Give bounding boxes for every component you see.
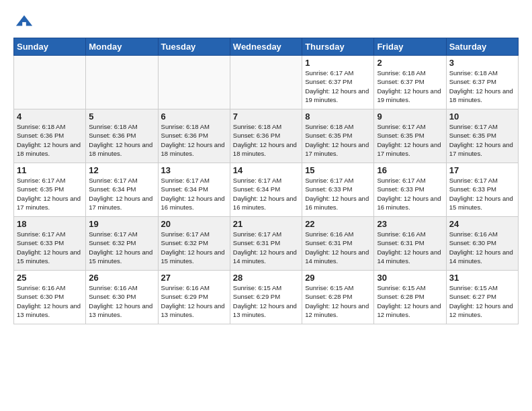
calendar-cell: 28Sunrise: 6:15 AMSunset: 6:29 PMDayligh… <box>230 271 302 324</box>
day-number: 1 <box>305 58 371 68</box>
day-number: 14 <box>233 165 299 175</box>
calendar-table: SundayMondayTuesdayWednesdayThursdayFrid… <box>13 38 519 324</box>
day-number: 15 <box>305 165 371 175</box>
day-info: Sunrise: 6:16 AMSunset: 6:30 PMDaylight:… <box>449 230 515 265</box>
calendar-cell: 9Sunrise: 6:17 AMSunset: 6:35 PMDaylight… <box>374 109 446 163</box>
day-info: Sunrise: 6:15 AMSunset: 6:27 PMDaylight:… <box>449 283 515 319</box>
day-info: Sunrise: 6:18 AMSunset: 6:35 PMDaylight:… <box>305 122 371 158</box>
day-info: Sunrise: 6:18 AMSunset: 6:37 PMDaylight:… <box>449 68 515 104</box>
day-info: Sunrise: 6:16 AMSunset: 6:30 PMDaylight:… <box>89 283 154 319</box>
day-info: Sunrise: 6:18 AMSunset: 6:37 PMDaylight:… <box>377 68 443 104</box>
calendar-col-thursday: Thursday <box>302 38 374 56</box>
day-number: 7 <box>233 111 299 122</box>
day-info: Sunrise: 6:17 AMSunset: 6:33 PMDaylight:… <box>17 230 83 265</box>
day-info: Sunrise: 6:17 AMSunset: 6:35 PMDaylight:… <box>377 122 443 158</box>
day-number: 25 <box>17 273 83 283</box>
day-number: 16 <box>377 165 443 175</box>
calendar-cell: 19Sunrise: 6:17 AMSunset: 6:32 PMDayligh… <box>86 217 158 271</box>
day-number: 24 <box>449 219 515 229</box>
calendar-col-friday: Friday <box>374 38 446 56</box>
calendar-week-4: 18Sunrise: 6:17 AMSunset: 6:33 PMDayligh… <box>14 217 519 271</box>
day-info: Sunrise: 6:15 AMSunset: 6:28 PMDaylight:… <box>377 283 443 319</box>
calendar-week-5: 25Sunrise: 6:16 AMSunset: 6:30 PMDayligh… <box>14 271 519 324</box>
header <box>13 12 519 31</box>
calendar-cell: 14Sunrise: 6:17 AMSunset: 6:34 PMDayligh… <box>230 163 302 217</box>
day-info: Sunrise: 6:15 AMSunset: 6:28 PMDaylight:… <box>305 283 371 319</box>
day-info: Sunrise: 6:16 AMSunset: 6:30 PMDaylight:… <box>17 283 83 319</box>
calendar-col-sunday: Sunday <box>14 38 86 56</box>
calendar-cell: 27Sunrise: 6:16 AMSunset: 6:29 PMDayligh… <box>158 271 230 324</box>
calendar-col-monday: Monday <box>86 38 158 56</box>
calendar-cell: 21Sunrise: 6:17 AMSunset: 6:31 PMDayligh… <box>230 217 302 271</box>
day-info: Sunrise: 6:16 AMSunset: 6:31 PMDaylight:… <box>305 230 371 265</box>
day-info: Sunrise: 6:17 AMSunset: 6:31 PMDaylight:… <box>233 230 299 265</box>
day-info: Sunrise: 6:16 AMSunset: 6:31 PMDaylight:… <box>377 230 443 265</box>
day-number: 11 <box>17 165 83 175</box>
day-number: 31 <box>449 273 515 283</box>
logo-icon <box>15 12 34 31</box>
calendar-cell: 18Sunrise: 6:17 AMSunset: 6:33 PMDayligh… <box>14 217 86 271</box>
calendar-cell: 8Sunrise: 6:18 AMSunset: 6:35 PMDaylight… <box>302 109 374 163</box>
calendar-cell: 16Sunrise: 6:17 AMSunset: 6:33 PMDayligh… <box>374 163 446 217</box>
day-number: 18 <box>17 219 83 229</box>
calendar-header-row: SundayMondayTuesdayWednesdayThursdayFrid… <box>14 38 519 56</box>
day-info: Sunrise: 6:18 AMSunset: 6:36 PMDaylight:… <box>161 122 227 158</box>
calendar-col-wednesday: Wednesday <box>230 38 302 56</box>
calendar-cell: 11Sunrise: 6:17 AMSunset: 6:35 PMDayligh… <box>14 163 86 217</box>
day-info: Sunrise: 6:17 AMSunset: 6:33 PMDaylight:… <box>449 176 515 212</box>
logo <box>13 12 34 31</box>
day-number: 10 <box>449 111 515 122</box>
svg-rect-1 <box>22 22 26 27</box>
calendar-cell: 3Sunrise: 6:18 AMSunset: 6:37 PMDaylight… <box>446 56 518 109</box>
calendar-col-tuesday: Tuesday <box>158 38 230 56</box>
day-number: 8 <box>305 111 371 122</box>
day-info: Sunrise: 6:17 AMSunset: 6:35 PMDaylight:… <box>17 176 83 212</box>
day-number: 17 <box>449 165 515 175</box>
calendar-cell <box>14 56 86 109</box>
day-info: Sunrise: 6:17 AMSunset: 6:32 PMDaylight:… <box>161 230 227 265</box>
day-info: Sunrise: 6:18 AMSunset: 6:36 PMDaylight:… <box>89 122 154 158</box>
calendar-cell: 20Sunrise: 6:17 AMSunset: 6:32 PMDayligh… <box>158 217 230 271</box>
day-info: Sunrise: 6:17 AMSunset: 6:34 PMDaylight:… <box>161 176 227 212</box>
calendar-cell: 10Sunrise: 6:17 AMSunset: 6:35 PMDayligh… <box>446 109 518 163</box>
calendar-cell: 15Sunrise: 6:17 AMSunset: 6:33 PMDayligh… <box>302 163 374 217</box>
day-number: 21 <box>233 219 299 229</box>
calendar-cell: 25Sunrise: 6:16 AMSunset: 6:30 PMDayligh… <box>14 271 86 324</box>
calendar-cell: 31Sunrise: 6:15 AMSunset: 6:27 PMDayligh… <box>446 271 518 324</box>
calendar-col-saturday: Saturday <box>446 38 518 56</box>
calendar-cell: 7Sunrise: 6:18 AMSunset: 6:36 PMDaylight… <box>230 109 302 163</box>
day-number: 6 <box>161 111 227 122</box>
calendar-cell: 6Sunrise: 6:18 AMSunset: 6:36 PMDaylight… <box>158 109 230 163</box>
day-number: 9 <box>377 111 443 122</box>
day-info: Sunrise: 6:16 AMSunset: 6:29 PMDaylight:… <box>161 283 227 319</box>
calendar-cell: 12Sunrise: 6:17 AMSunset: 6:34 PMDayligh… <box>86 163 158 217</box>
day-info: Sunrise: 6:15 AMSunset: 6:29 PMDaylight:… <box>233 283 299 319</box>
calendar-cell: 1Sunrise: 6:17 AMSunset: 6:37 PMDaylight… <box>302 56 374 109</box>
day-number: 4 <box>17 111 83 122</box>
day-number: 28 <box>233 273 299 283</box>
day-number: 5 <box>89 111 154 122</box>
calendar-cell: 30Sunrise: 6:15 AMSunset: 6:28 PMDayligh… <box>374 271 446 324</box>
calendar-cell: 17Sunrise: 6:17 AMSunset: 6:33 PMDayligh… <box>446 163 518 217</box>
day-info: Sunrise: 6:18 AMSunset: 6:36 PMDaylight:… <box>233 122 299 158</box>
calendar-week-2: 4Sunrise: 6:18 AMSunset: 6:36 PMDaylight… <box>14 109 519 163</box>
day-number: 2 <box>377 58 443 68</box>
day-number: 13 <box>161 165 227 175</box>
day-info: Sunrise: 6:17 AMSunset: 6:34 PMDaylight:… <box>233 176 299 212</box>
day-number: 26 <box>89 273 154 283</box>
day-info: Sunrise: 6:17 AMSunset: 6:33 PMDaylight:… <box>305 176 371 212</box>
day-number: 22 <box>305 219 371 229</box>
calendar-cell: 24Sunrise: 6:16 AMSunset: 6:30 PMDayligh… <box>446 217 518 271</box>
calendar-cell <box>86 56 158 109</box>
calendar-cell: 26Sunrise: 6:16 AMSunset: 6:30 PMDayligh… <box>86 271 158 324</box>
calendar-week-1: 1Sunrise: 6:17 AMSunset: 6:37 PMDaylight… <box>14 56 519 109</box>
day-info: Sunrise: 6:17 AMSunset: 6:32 PMDaylight:… <box>89 230 154 265</box>
day-number: 27 <box>161 273 227 283</box>
calendar-cell <box>158 56 230 109</box>
calendar-cell: 23Sunrise: 6:16 AMSunset: 6:31 PMDayligh… <box>374 217 446 271</box>
page: SundayMondayTuesdayWednesdayThursdayFrid… <box>0 0 532 411</box>
day-info: Sunrise: 6:17 AMSunset: 6:34 PMDaylight:… <box>89 176 154 212</box>
calendar-cell: 5Sunrise: 6:18 AMSunset: 6:36 PMDaylight… <box>86 109 158 163</box>
calendar-cell: 2Sunrise: 6:18 AMSunset: 6:37 PMDaylight… <box>374 56 446 109</box>
calendar-week-3: 11Sunrise: 6:17 AMSunset: 6:35 PMDayligh… <box>14 163 519 217</box>
